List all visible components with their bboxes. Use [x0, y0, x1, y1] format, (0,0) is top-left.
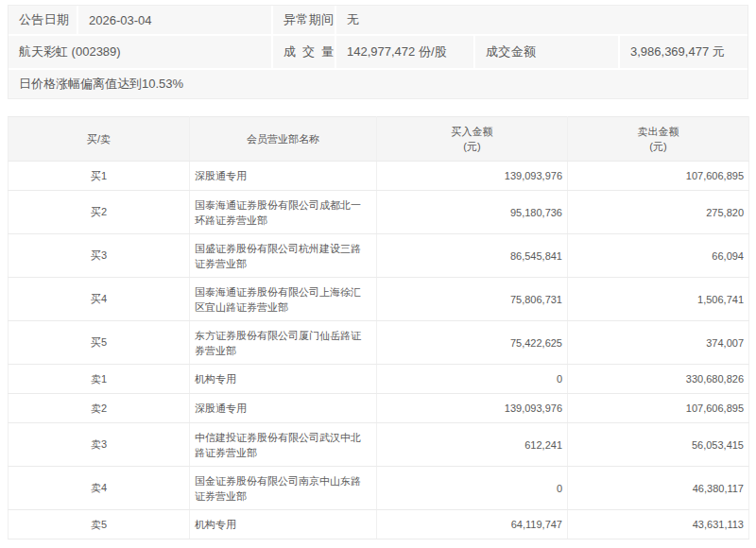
- table-row: 买5东方证券股份有限公司厦门仙岳路证券营业部75,422,625374,007: [9, 321, 749, 365]
- cell-branch: 国盛证券股份有限公司杭州建设三路证券营业部: [190, 234, 377, 278]
- cell-sell: 275,820: [568, 191, 749, 234]
- cell-buy: 75,422,625: [377, 321, 568, 365]
- table-row: 卖1机构专用0330,680,826: [9, 365, 749, 394]
- cell-buy: 95,180,736: [377, 191, 568, 234]
- header-sell: 卖出金额 (元): [568, 117, 749, 162]
- header-sell-line1: 卖出金额: [568, 124, 748, 140]
- cell-buy: 64,119,747: [377, 510, 568, 539]
- cell-branch: 国泰海通证券股份有限公司成都北一环路证券营业部: [190, 191, 377, 234]
- table-row: 买1深股通专用139,093,976107,606,895: [9, 162, 749, 191]
- info-panel: 公告日期 2026-03-04 异常期间 无 航天彩虹 (002389) 成交量…: [8, 5, 748, 99]
- cell-side: 买1: [9, 162, 190, 191]
- abnormal-period-value: 无: [336, 6, 747, 34]
- table-row: 卖4国金证券股份有限公司南京中山东路证券营业部046,380,117: [9, 467, 749, 510]
- cell-side: 卖3: [9, 423, 190, 467]
- cell-buy: 75,806,731: [377, 278, 568, 321]
- header-side: 买/卖: [9, 117, 190, 162]
- header-branch: 会员营业部名称: [190, 117, 377, 162]
- announce-date-label: 公告日期: [9, 6, 77, 34]
- cell-sell: 330,680,826: [568, 365, 749, 394]
- table-row: 卖5机构专用64,119,74743,631,113: [9, 510, 749, 539]
- cell-sell: 374,007: [568, 321, 749, 365]
- cell-buy: 612,241: [377, 423, 568, 467]
- abnormal-period-label: 异常期间: [273, 6, 335, 34]
- volume-label: 成交量: [273, 36, 335, 68]
- stock-name: 航天彩虹 (002389): [9, 36, 271, 68]
- announce-date-value: 2026-03-04: [78, 6, 271, 34]
- cell-sell: 56,053,415: [568, 423, 749, 467]
- cell-branch: 中信建投证券股份有限公司武汉中北路证券营业部: [190, 423, 377, 467]
- cell-sell: 43,631,113: [568, 510, 749, 539]
- cell-side: 买2: [9, 191, 190, 234]
- cell-buy: 139,093,976: [377, 394, 568, 423]
- header-buy-line2: (元): [377, 139, 567, 155]
- abnormal-period-label-text: 异常期间: [284, 11, 334, 28]
- list-reason: 日价格涨幅偏离值达到10.53%: [9, 70, 747, 98]
- table-row: 买2国泰海通证券股份有限公司成都北一环路证券营业部95,180,736275,8…: [9, 191, 749, 234]
- volume-value: 142,977,472 份/股: [336, 36, 473, 68]
- cell-side: 卖2: [9, 394, 190, 423]
- cell-branch: 机构专用: [190, 510, 377, 539]
- cell-sell: 107,606,895: [568, 162, 749, 191]
- table-header: 买/卖 会员营业部名称 买入金额 (元) 卖出金额 (元): [9, 117, 749, 162]
- turnover-label-text: 成交金额: [486, 43, 536, 60]
- broker-branch-table: 买/卖 会员营业部名称 买入金额 (元) 卖出金额 (元) 买1深股通专用139…: [8, 116, 749, 539]
- cell-buy: 139,093,976: [377, 162, 568, 191]
- cell-buy: 0: [377, 365, 568, 394]
- cell-branch: 东方证券股份有限公司厦门仙岳路证券营业部: [190, 321, 377, 365]
- turnover-value: 3,986,369,477 元: [620, 36, 747, 68]
- cell-side: 卖5: [9, 510, 190, 539]
- cell-branch: 深股通专用: [190, 394, 377, 423]
- header-buy: 买入金额 (元): [377, 117, 568, 162]
- cell-side: 卖1: [9, 365, 190, 394]
- table-row: 卖3中信建投证券股份有限公司武汉中北路证券营业部612,24156,053,41…: [9, 423, 749, 467]
- cell-branch: 国金证券股份有限公司南京中山东路证券营业部: [190, 467, 377, 510]
- cell-side: 买3: [9, 234, 190, 278]
- header-buy-line1: 买入金额: [377, 124, 567, 140]
- table-row: 买4国泰海通证券股份有限公司上海徐汇区宜山路证券营业部75,806,7311,5…: [9, 278, 749, 321]
- cell-branch: 机构专用: [190, 365, 377, 394]
- cell-buy: 86,545,841: [377, 234, 568, 278]
- cell-sell: 46,380,117: [568, 467, 749, 510]
- cell-sell: 66,094: [568, 234, 749, 278]
- turnover-label: 成交金额: [475, 36, 618, 68]
- lhb-detail-page: 公告日期 2026-03-04 异常期间 无 航天彩虹 (002389) 成交量…: [0, 5, 756, 548]
- volume-label-text: 成交量: [284, 43, 334, 60]
- cell-sell: 107,606,895: [568, 394, 749, 423]
- header-sell-line2: (元): [568, 139, 748, 155]
- cell-side: 买4: [9, 278, 190, 321]
- table-row: 买3国盛证券股份有限公司杭州建设三路证券营业部86,545,84166,094: [9, 234, 749, 278]
- announce-date-label-text: 公告日期: [19, 11, 69, 28]
- cell-sell: 1,506,741: [568, 278, 749, 321]
- table-body: 买1深股通专用139,093,976107,606,895买2国泰海通证券股份有…: [9, 162, 749, 539]
- table-row: 卖2深股通专用139,093,976107,606,895: [9, 394, 749, 423]
- cell-side: 卖4: [9, 467, 190, 510]
- cell-buy: 0: [377, 467, 568, 510]
- cell-branch: 国泰海通证券股份有限公司上海徐汇区宜山路证券营业部: [190, 278, 377, 321]
- cell-side: 买5: [9, 321, 190, 365]
- cell-branch: 深股通专用: [190, 162, 377, 191]
